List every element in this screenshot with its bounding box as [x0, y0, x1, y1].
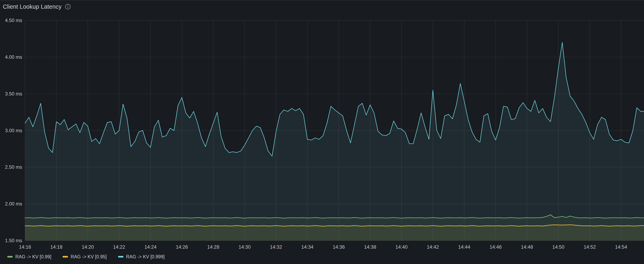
x-tick-label: 14:42 [427, 244, 439, 250]
legend-label: RAG -> KV [0.99] [15, 254, 51, 260]
y-tick-label: 4.50 ms [5, 18, 22, 23]
y-tick-label: 1.50 ms [5, 238, 22, 243]
legend-swatch [62, 256, 68, 258]
x-tick-label: 14:20 [82, 244, 94, 250]
x-tick-label: 14:54 [615, 244, 627, 250]
latency-chart[interactable]: 1.50 ms2.00 ms2.50 ms3.00 ms3.50 ms4.00 … [0, 0, 644, 264]
legend-item-p95[interactable]: RAG -> KV [0.95] [62, 254, 106, 260]
legend-label: RAG -> KV [0.95] [70, 254, 106, 260]
x-tick-label: 14:30 [238, 244, 250, 250]
legend-item-p999[interactable]: RAG -> KV [0.999] [118, 254, 165, 260]
x-tick-label: 14:48 [521, 244, 533, 250]
x-tick-label: 14:34 [301, 244, 313, 250]
x-tick-label: 14:36 [333, 244, 345, 250]
x-tick-label: 14:16 [19, 244, 31, 250]
y-tick-label: 3.50 ms [5, 91, 22, 96]
y-tick-label: 2.50 ms [5, 164, 22, 170]
x-tick-label: 14:28 [207, 244, 219, 250]
x-tick-label: 14:22 [113, 244, 125, 250]
x-tick-label: 14:40 [396, 244, 408, 250]
legend-label: RAG -> KV [0.999] [126, 254, 165, 260]
x-tick-label: 14:46 [490, 244, 502, 250]
chart-legend: RAG -> KV [0.99] RAG -> KV [0.95] RAG ->… [7, 252, 165, 261]
x-tick-label: 14:50 [552, 244, 564, 250]
grafana-panel: { "panel": { "title": "Client Lookup Lat… [0, 0, 644, 264]
x-tick-label: 14:18 [50, 244, 62, 250]
series-fill-2 [25, 42, 644, 240]
legend-item-p99[interactable]: RAG -> KV [0.99] [7, 254, 51, 260]
x-tick-label: 14:26 [176, 244, 188, 250]
x-tick-label: 14:52 [584, 244, 596, 250]
x-tick-label: 14:32 [270, 244, 282, 250]
x-tick-label: 14:24 [144, 244, 156, 250]
y-tick-label: 3.00 ms [5, 128, 22, 133]
x-tick-label: 14:38 [364, 244, 376, 250]
x-tick-label: 14:44 [458, 244, 470, 250]
legend-swatch [118, 256, 124, 258]
legend-swatch [7, 256, 13, 258]
y-tick-label: 4.00 ms [5, 54, 22, 60]
y-tick-label: 2.00 ms [5, 201, 22, 206]
